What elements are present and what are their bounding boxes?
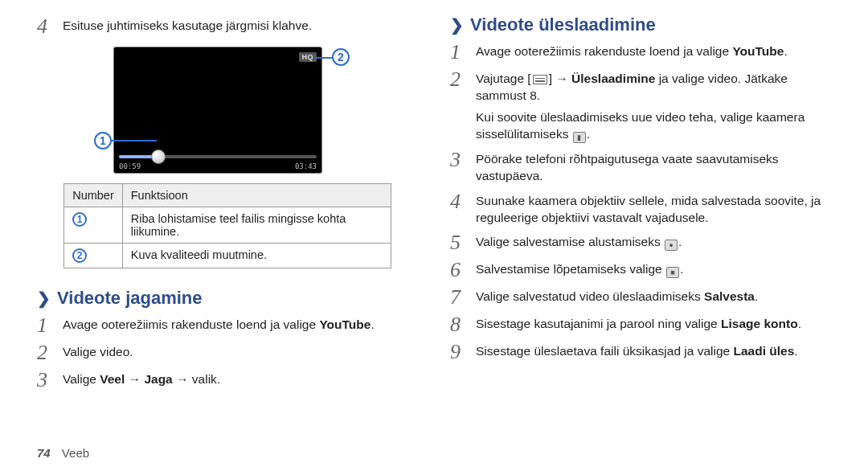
upload-step-8: 8 Sisestage kasutajanimi ja parool ning … bbox=[450, 313, 831, 335]
upload-step-9: 9 Sisestage üleslaetava faili üksikasjad… bbox=[450, 340, 831, 362]
stop-icon: ■ bbox=[666, 267, 679, 278]
upload-step-7: 7 Valige salvestatud video üleslaadimise… bbox=[450, 285, 831, 308]
table-row: 1 Riba lohistamise teel failis mingisse … bbox=[64, 207, 391, 244]
chevron-right-icon: ❯ bbox=[450, 15, 464, 35]
left-step-4: 4 Esituse juhtimiseks kasutage järgmisi … bbox=[37, 14, 418, 37]
upload-step-1: 1 Avage ooterežiimis rakenduste loend ja… bbox=[450, 40, 831, 63]
scrub-handle-icon bbox=[151, 149, 166, 164]
share-step-2: 2 Valige video. bbox=[37, 341, 418, 363]
callout-2: 2 bbox=[332, 48, 350, 66]
upload-step-6: 6 Salvestamise lõpetamiseks valige ■. bbox=[450, 258, 831, 281]
callout-1: 1 bbox=[94, 132, 112, 149]
video-player: HQ 00:59 03:43 bbox=[113, 47, 322, 174]
camera-icon: ▮ bbox=[573, 132, 586, 143]
upload-step-2-extra: Kui soovite üleslaadimiseks uue video te… bbox=[476, 109, 831, 143]
row-desc: Kuva kvaliteedi muutmine. bbox=[122, 244, 391, 268]
row-desc: Riba lohistamise teel failis mingisse ko… bbox=[122, 207, 391, 244]
th-number: Number bbox=[64, 184, 123, 207]
chevron-right-icon: ❯ bbox=[37, 289, 51, 308]
record-icon: ● bbox=[665, 240, 678, 251]
row-number-icon: 2 bbox=[72, 248, 87, 263]
th-function: Funktsioon bbox=[122, 184, 391, 207]
upload-step-2: 2 Vajutage [] → Üleslaadimine ja valige … bbox=[450, 68, 831, 104]
row-number-icon: 1 bbox=[72, 212, 87, 227]
time-total: 03:43 bbox=[295, 162, 317, 170]
video-player-figure: HQ 00:59 03:43 2 1 bbox=[107, 47, 348, 174]
step-number: 4 bbox=[37, 14, 63, 37]
upload-step-3: 3 Pöörake telefoni rõhtpaigutusega vaate… bbox=[450, 148, 831, 185]
page-footer: 74 Veeb bbox=[37, 446, 89, 460]
function-table: Number Funktsioon 1 Riba lohistamise tee… bbox=[63, 183, 391, 268]
share-step-1: 1 Avage ooterežiimis rakenduste loend ja… bbox=[37, 313, 418, 336]
table-row: 2 Kuva kvaliteedi muutmine. bbox=[64, 244, 391, 268]
menu-icon bbox=[533, 75, 547, 84]
step-text: Esituse juhtimiseks kasutage järgmisi kl… bbox=[63, 14, 312, 37]
share-step-3: 3 Valige Veel → Jaga → valik. bbox=[37, 368, 418, 391]
timeline bbox=[119, 155, 317, 158]
section-share-videos: ❯ Videote jagamine bbox=[37, 288, 418, 309]
page-number: 74 bbox=[37, 446, 51, 460]
upload-step-4: 4 Suunake kaamera objektiiv sellele, mid… bbox=[450, 190, 831, 227]
section-upload-videos: ❯ Videote üleslaadimine bbox=[450, 14, 831, 35]
time-elapsed: 00:59 bbox=[119, 162, 141, 170]
section-name: Veeb bbox=[62, 446, 89, 460]
upload-step-5: 5 Valige salvestamise alustamiseks ●. bbox=[450, 231, 831, 253]
